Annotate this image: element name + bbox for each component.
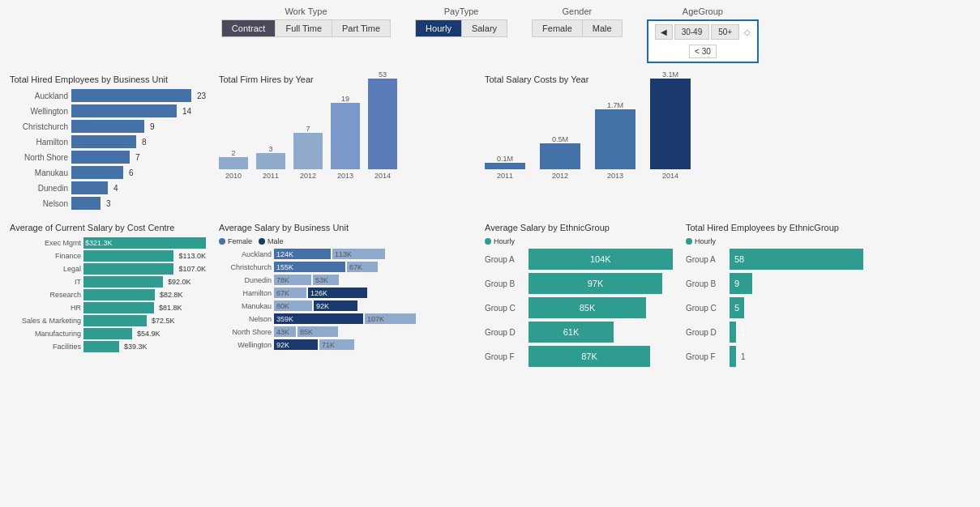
pay-type-buttons: Hourly Salary [415,19,507,37]
hbar-dunedin-bar [71,181,108,194]
hbar-manukau-bar [71,166,123,179]
hired-group-b: Group B 9 [686,273,970,294]
salary-vbar-2013-bar [595,109,636,169]
filters-row: Work Type Contract Full Time Part Time P… [6,6,974,63]
vbar-2014-bar [368,79,397,169]
cc-legal-bar [83,263,173,275]
total-salary-costs-section: Total Salary Costs by Year 0.1M 2011 0.5… [481,71,974,213]
salary-costs-title: Total Salary Costs by Year [485,75,970,84]
total-hired-ethnic-title: Total Hired Employees by EthnicGroup [686,223,970,232]
hired-group-f-bar [730,346,736,367]
pay-type-salary[interactable]: Salary [462,20,507,36]
legend-female-dot [219,238,225,245]
hired-group-c: Group C 5 [686,297,970,318]
vbar-2012-bar [293,133,323,169]
hbar-wellington: Wellington 14 [10,104,206,117]
avg-salary-ethnic-legend: Hourly [485,237,673,245]
cc-research: Research $82.8K [10,289,206,300]
work-type-fulltime[interactable]: Full Time [276,20,332,36]
cc-facilities: Facilities $39.3K [10,341,206,352]
ethnic-group-b-bar: 97K [529,273,662,294]
ethnic-group-d: Group D 61K [485,322,673,343]
gender-male[interactable]: Male [583,20,622,36]
gender-filter: Gender Female Male [532,6,623,37]
vbar-2014: 53 2014 [368,70,397,180]
gender-label: Gender [563,6,593,16]
cc-finance-bar [83,250,173,262]
hbar-wellington-bar [71,104,177,117]
hbar-nelson-bar [71,197,101,210]
hbar-auckland: Auckland 23 [10,89,206,102]
salary-vbar-2011-bar [485,163,525,169]
avg-salary-ethnic-section: Average Salary by EthnicGroup Hourly Gro… [481,219,676,373]
ethnic-group-f-bar: 87K [529,346,650,367]
age-group-tooltip: < 30 [689,45,717,58]
cc-hr-bar [83,302,154,313]
vbar-2010-bar [219,157,248,169]
age-group-50plus[interactable]: 50+ [711,24,739,40]
vbar-2013: 19 2013 [331,95,360,180]
legend-male-dot [259,238,265,245]
firm-hires-chart: 2 2010 3 2011 7 2012 19 2013 [219,89,472,194]
cc-legal: Legal $107.0K [10,263,206,275]
ethnic-group-b: Group B 97K [485,273,673,294]
legend-hourly-dot-ethnic [485,238,491,245]
salary-vbar-2012-bar [540,143,580,169]
gbar-auckland: Auckland 124K 113K [219,249,472,259]
ethnic-group-c: Group C 85K [485,297,673,318]
pay-type-label: PayType [444,6,479,16]
avg-salary-bu-section: Average Salary by Business Unit Female M… [216,219,475,373]
dashboard: Work Type Contract Full Time Part Time P… [0,0,980,380]
legend-male: Male [259,237,284,245]
cc-facilities-bar [83,341,119,352]
gender-buttons: Female Male [532,19,623,37]
hired-group-c-bar: 5 [730,297,744,318]
age-group-buttons: ◀ 30-49 50+ [655,24,740,40]
cc-hr: HR $81.8K [10,302,206,313]
hbar-nelson: Nelson 3 [10,197,206,210]
avg-salary-cost-centre-section: Average of Current Salary by Cost Centre… [6,219,209,373]
ethnic-group-a: Group A 104K [485,249,673,270]
work-type-parttime[interactable]: Part Time [332,20,390,36]
ethnic-group-f: Group F 87K [485,346,673,367]
cc-sales-mktg: Sales & Marketing $72.5K [10,315,206,326]
work-type-buttons: Contract Full Time Part Time [221,19,391,37]
salary-costs-chart: 0.1M 2011 0.5M 2012 1.7M 2013 3.1M [485,89,970,194]
gbar-hamilton: Hamilton 67K 126K [219,288,472,298]
gender-female[interactable]: Female [533,20,583,36]
avg-salary-ethnic-title: Average Salary by EthnicGroup [485,223,673,232]
work-type-contract[interactable]: Contract [222,20,276,36]
age-group-container: ◀ 30-49 50+ ◇ < 30 [647,19,760,63]
age-group-label: AgeGroup [683,6,723,16]
avg-salary-cc-title: Average of Current Salary by Cost Centre [10,223,206,232]
vbar-2011-bar [256,153,285,169]
gbar-nelson: Nelson 359K 107K [219,313,472,324]
gbar-manukau: Manukau 80K 92K [219,300,472,311]
hired-group-f: Group F 1 [686,346,970,367]
gbar-christchurch: Christchurch 155K 67K [219,262,472,272]
work-type-label: Work Type [285,6,327,16]
salary-vbar-2011: 0.1M 2011 [485,155,525,180]
cc-finance: Finance $113.0K [10,250,206,262]
ethnic-group-a-bar: 104K [529,249,673,270]
age-group-30-49[interactable]: 30-49 [674,24,710,40]
vbar-2012: 7 2012 [293,125,323,180]
cc-exec-mgmt-bar: $321.3K [83,237,206,249]
cc-research-bar [83,289,155,300]
hbar-northshore-bar [71,151,130,164]
hbar-northshore: North Shore 7 [10,151,206,164]
hbar-christchurch-bar [71,120,144,133]
legend-hourly-ethnic: Hourly [485,237,515,245]
salary-vbar-2012: 0.5M 2012 [540,135,580,180]
cc-exec-mgmt: Exec Mgmt $321.3K [10,237,206,249]
pay-type-hourly[interactable]: Hourly [416,20,462,36]
salary-vbar-2014: 3.1M 2014 [650,70,691,180]
cc-it: IT $92.0K [10,276,206,288]
hbar-manukau: Manukau 6 [10,166,206,179]
pay-type-filter: PayType Hourly Salary [415,6,507,37]
total-hired-ethnic-legend: Hourly [686,237,970,245]
age-group-nav-prev[interactable]: ◀ [655,24,673,40]
avg-salary-bu-title: Average Salary by Business Unit [219,223,472,232]
hbar-hamilton: Hamilton 8 [10,135,206,148]
hbar-christchurch: Christchurch 9 [10,120,206,133]
